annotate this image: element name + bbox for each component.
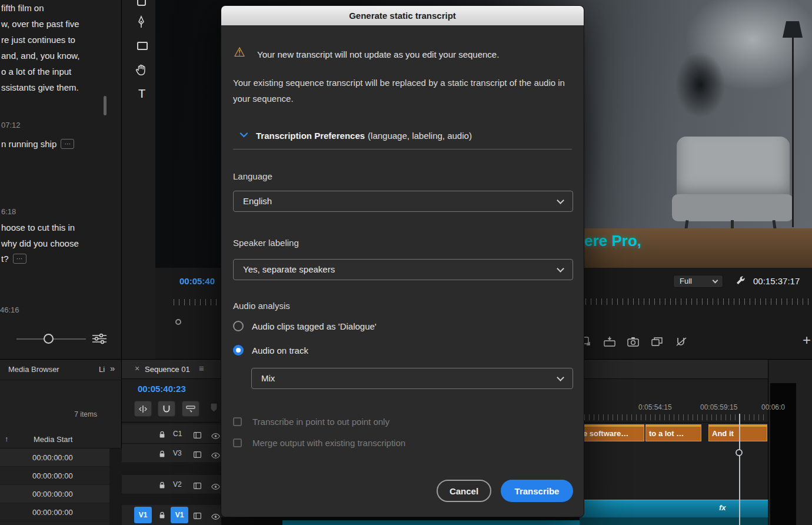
track-select-tool-icon[interactable] bbox=[137, 0, 146, 6]
transcript-line: ssistants give them. bbox=[1, 79, 79, 95]
transcript-paragraph: fifth film on w, over the past five re j… bbox=[1, 0, 79, 95]
plus-button-icon[interactable]: + bbox=[803, 332, 811, 348]
video-clip[interactable]: And it bbox=[708, 424, 767, 441]
linked-selection-button[interactable] bbox=[182, 401, 199, 417]
track-output-eye-icon[interactable] bbox=[211, 511, 220, 522]
track-dropdown[interactable]: Mix bbox=[251, 368, 573, 389]
generate-static-transcript-dialog: Generate static transcript ⚠ Your new tr… bbox=[221, 6, 584, 517]
transcript-line: w, over the past five bbox=[1, 16, 79, 32]
marker-tag-icon[interactable] bbox=[209, 403, 218, 415]
items-count: 7 items bbox=[35, 410, 97, 418]
media-row[interactable]: 00:00:00:00 bbox=[0, 503, 109, 521]
cancel-button[interactable]: Cancel bbox=[437, 480, 491, 502]
pen-tool-icon[interactable] bbox=[136, 15, 147, 31]
transcript-text: t? bbox=[1, 254, 9, 264]
lock-icon[interactable] bbox=[159, 481, 165, 491]
sort-ascending-icon[interactable]: ↑ bbox=[5, 434, 9, 443]
panel-overflow-chevrons-icon[interactable]: » bbox=[110, 363, 115, 373]
source-patch-icon[interactable] bbox=[194, 481, 201, 491]
tab-sequence-01[interactable]: Sequence 01 bbox=[145, 365, 190, 374]
radio-button-checked[interactable] bbox=[233, 345, 244, 355]
checkbox-unchecked[interactable] bbox=[233, 417, 242, 426]
transcript-line: o a lot of the input bbox=[1, 64, 79, 79]
ruler-timestamp: 0:05:54:15 bbox=[638, 403, 672, 411]
transcribe-button[interactable]: Transcribe bbox=[501, 480, 573, 502]
radio-audio-clips-dialogue[interactable]: Audio clips tagged as 'Dialogue' bbox=[233, 321, 377, 331]
scene-plant bbox=[675, 52, 725, 118]
snap-magnet-button[interactable] bbox=[158, 401, 175, 417]
checkbox-unchecked[interactable] bbox=[233, 438, 242, 447]
source-patch-icon[interactable] bbox=[194, 511, 201, 521]
hand-tool-icon[interactable] bbox=[135, 64, 148, 79]
divider bbox=[233, 149, 572, 149]
zoom-level-value: Full bbox=[680, 277, 692, 285]
track-output-eye-icon[interactable] bbox=[211, 450, 220, 461]
column-header-media-start[interactable]: Media Start bbox=[34, 435, 72, 444]
speaker-labeling-label: Speaker labeling bbox=[233, 238, 299, 248]
chevron-down-icon bbox=[557, 374, 564, 381]
insert-point-button[interactable] bbox=[134, 401, 152, 417]
media-row[interactable]: 00:00:00:00 bbox=[0, 467, 109, 485]
transcript-line: t?··· bbox=[1, 254, 26, 264]
scene-chair bbox=[677, 137, 790, 202]
transcript-text: n running ship bbox=[1, 139, 56, 149]
source-patch-icon[interactable] bbox=[194, 450, 201, 460]
zoom-slider-knob[interactable] bbox=[44, 334, 54, 344]
track-value: Mix bbox=[261, 373, 275, 383]
track-output-eye-icon[interactable] bbox=[211, 481, 220, 492]
snap-off-icon[interactable] bbox=[675, 337, 687, 349]
scrollbar-handle[interactable] bbox=[175, 319, 181, 325]
transcript-timestamp: 6:18 bbox=[1, 207, 16, 216]
source-patch-icon[interactable] bbox=[194, 430, 201, 441]
source-track-badge[interactable]: V1 bbox=[134, 507, 152, 523]
media-row[interactable]: 00:00:00:00 bbox=[0, 448, 109, 467]
checkbox-label: Merge output with existing transcription bbox=[252, 438, 405, 448]
media-browser-panel: Media Browser Li » 7 items ↑ Media Start… bbox=[0, 359, 122, 525]
transcript-timestamp: 46:16 bbox=[0, 305, 19, 314]
media-row[interactable]: 00:00:00:00 bbox=[0, 485, 109, 503]
prefs-heading-suffix: (language, labeling, audio) bbox=[368, 131, 472, 141]
timeline-mini-ruler[interactable] bbox=[585, 298, 812, 305]
chevron-down-icon bbox=[239, 132, 248, 138]
type-tool-icon[interactable]: T bbox=[138, 87, 145, 101]
track-output-eye-icon[interactable] bbox=[211, 431, 220, 441]
playhead[interactable] bbox=[739, 414, 740, 525]
rectangle-tool-icon[interactable] bbox=[137, 42, 148, 50]
dialog-title: Generate static transcript bbox=[349, 11, 456, 21]
language-value: English bbox=[243, 196, 272, 206]
scrollbar-gutter[interactable] bbox=[109, 448, 122, 525]
speaker-labeling-dropdown[interactable]: Yes, separate speakers bbox=[233, 259, 573, 280]
lock-icon[interactable] bbox=[159, 511, 165, 521]
multicam-icon[interactable] bbox=[651, 337, 663, 349]
radio-button-unchecked[interactable] bbox=[233, 321, 244, 331]
insert-icon[interactable] bbox=[604, 337, 615, 349]
scrollbar[interactable] bbox=[104, 96, 107, 115]
playhead-handle[interactable] bbox=[736, 449, 743, 456]
lock-icon[interactable] bbox=[159, 450, 165, 460]
tools-panel: T bbox=[122, 0, 155, 359]
lock-icon[interactable] bbox=[159, 430, 165, 441]
transcription-preferences-expander[interactable]: Transcription Preferences (language, lab… bbox=[239, 129, 472, 142]
checkbox-in-out-point[interactable]: Transcribe in point to out point only bbox=[233, 417, 390, 427]
close-icon[interactable]: × bbox=[135, 364, 139, 373]
ellipsis-badge[interactable]: ··· bbox=[13, 254, 26, 264]
zoom-level-dropdown[interactable]: Full bbox=[673, 275, 723, 288]
radio-audio-on-track[interactable]: Audio on track bbox=[233, 345, 308, 355]
checkbox-label: Transcribe in point to out point only bbox=[252, 417, 390, 427]
camera-icon[interactable] bbox=[627, 337, 639, 349]
video-clip[interactable]: to a lot … bbox=[645, 424, 701, 441]
dialog-titlebar[interactable]: Generate static transcript bbox=[221, 6, 584, 25]
language-dropdown[interactable]: English bbox=[233, 191, 573, 212]
panel-menu-icon[interactable]: ≡ bbox=[199, 363, 204, 373]
timeline-bottom-strip bbox=[221, 517, 580, 525]
transcript-line: re just continues to bbox=[1, 32, 79, 48]
ellipsis-badge[interactable]: ··· bbox=[61, 139, 74, 149]
target-track-badge[interactable]: V1 bbox=[171, 507, 188, 523]
settings-wrench-icon[interactable] bbox=[736, 275, 746, 288]
filter-sliders-icon[interactable] bbox=[92, 333, 107, 347]
tab-media-browser[interactable]: Media Browser bbox=[8, 365, 59, 374]
tab-partial[interactable]: Li bbox=[99, 365, 105, 374]
warning-text: Your new transcript will not update as y… bbox=[257, 49, 499, 59]
video-clip[interactable]: e software… bbox=[580, 424, 644, 441]
checkbox-merge-output[interactable]: Merge output with existing transcription bbox=[233, 438, 405, 448]
